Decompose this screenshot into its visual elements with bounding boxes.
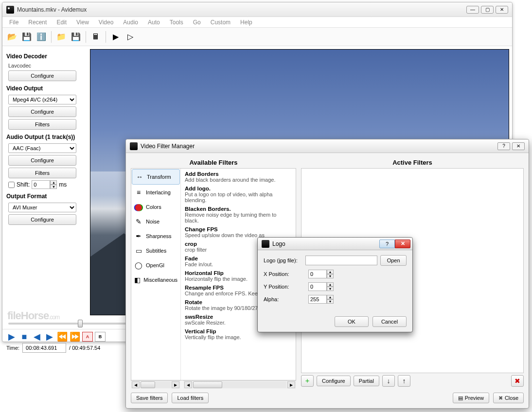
timeline-thumb[interactable]	[78, 320, 83, 327]
category-scrollbar[interactable]: ◀▶	[131, 380, 180, 389]
open-icon[interactable]: 📂	[5, 30, 19, 44]
minimize-button[interactable]: —	[466, 6, 479, 14]
play-filtered-icon[interactable]: ▶	[109, 30, 123, 44]
spin-up-icon[interactable]: ▲	[327, 282, 334, 287]
filter-item[interactable]: Add BordersAdd black boarders around the…	[181, 170, 296, 184]
next-frame-icon[interactable]: ▶	[44, 331, 55, 342]
spin-down-icon[interactable]: ▼	[327, 299, 334, 304]
menu-video[interactable]: Video	[94, 18, 118, 27]
save-icon[interactable]: 💾	[20, 30, 34, 44]
x-position-field[interactable]	[308, 270, 327, 278]
shift-down-icon[interactable]: ▼	[50, 185, 57, 189]
menu-edit[interactable]: Edit	[52, 18, 71, 27]
calculator-icon[interactable]: 🖩	[89, 30, 103, 44]
menu-tools[interactable]: Tools	[165, 18, 188, 27]
video-output-select[interactable]: Mpeg4 AVC (x264)	[8, 95, 76, 104]
logo-file-label: Logo (jpg file):	[264, 258, 302, 263]
audio-output-select[interactable]: AAC (Faac)	[8, 143, 76, 153]
menu-go[interactable]: Go	[188, 18, 206, 27]
close-button[interactable]: ✕	[496, 6, 508, 14]
scroll-left-icon[interactable]: ◀	[132, 381, 140, 388]
shift-value[interactable]	[32, 180, 50, 189]
cancel-button[interactable]: Cancel	[372, 316, 407, 327]
filter-manager-titlebar[interactable]: Video Filter Manager ? ✕	[126, 139, 529, 153]
category-miscellaneous[interactable]: ◧Miscellaneous	[131, 273, 180, 287]
load-run-icon[interactable]: 📁	[54, 30, 68, 44]
play-icon[interactable]: ▷	[124, 30, 137, 44]
open-file-button[interactable]: Open	[380, 255, 407, 266]
time-current-field[interactable]	[22, 343, 66, 353]
dialog-close-button[interactable]: ✕	[512, 142, 525, 150]
ok-button[interactable]: OK	[335, 316, 369, 327]
filter-desc: swScale Resizer.	[185, 320, 226, 326]
save-filters-button[interactable]: Save filters	[131, 393, 168, 403]
alpha-field[interactable]	[308, 295, 327, 304]
category-colors[interactable]: ⬤Colors	[131, 200, 180, 214]
remove-filter-icon[interactable]: ✖	[511, 375, 524, 387]
shift-checkbox[interactable]	[8, 182, 15, 188]
spin-up-icon[interactable]: ▲	[327, 295, 334, 299]
menu-file[interactable]: File	[4, 18, 23, 27]
spin-down-icon[interactable]: ▼	[327, 287, 334, 291]
shift-spinner[interactable]: ▲▼	[32, 180, 57, 189]
shift-up-icon[interactable]: ▲	[50, 180, 57, 185]
audio-output-configure-button[interactable]: Configure	[8, 155, 76, 166]
x-position-spinner[interactable]: ▲▼	[308, 270, 334, 278]
marker-b-button[interactable]: B	[95, 332, 106, 342]
decoder-configure-button[interactable]: Configure	[8, 70, 76, 81]
prev-frame-icon[interactable]: ◀	[32, 331, 42, 342]
menu-help[interactable]: Help	[235, 18, 257, 27]
stop-button-icon[interactable]: ■	[19, 331, 30, 342]
scroll-right-icon[interactable]: ▶	[172, 381, 179, 388]
alpha-spinner[interactable]: ▲▼	[308, 295, 334, 304]
logo-file-field[interactable]	[305, 256, 377, 265]
forward-icon[interactable]: ⏩	[70, 331, 80, 342]
load-filters-button[interactable]: Load filters	[172, 393, 209, 403]
category-interlacing[interactable]: ≡Interlacing	[131, 185, 180, 200]
save-project-icon[interactable]: 💾	[69, 30, 83, 44]
maximize-button[interactable]: ▢	[481, 6, 494, 14]
logo-close-button[interactable]: ✕	[395, 240, 410, 248]
category-sharpness[interactable]: ✒Sharpness	[131, 229, 180, 243]
preview-button[interactable]: ▤Preview	[453, 393, 489, 403]
filter-item[interactable]: Blacken Borders.Remove noisy edge by tur…	[181, 205, 296, 225]
rewind-icon[interactable]: ⏪	[57, 331, 68, 342]
category-transform[interactable]: ↔Transform	[132, 169, 180, 185]
menu-audio[interactable]: Audio	[118, 18, 143, 27]
video-output-filters-button[interactable]: Filters	[8, 119, 76, 130]
audio-output-filters-button[interactable]: Filters	[8, 168, 76, 178]
category-subtitles[interactable]: ▭Subtitles	[131, 243, 180, 258]
menu-auto[interactable]: Auto	[143, 18, 165, 27]
y-position-spinner[interactable]: ▲▼	[308, 282, 334, 291]
play-button-icon[interactable]: ▶	[6, 331, 17, 342]
filter-scrollbar[interactable]: ◀▶	[183, 380, 296, 389]
scroll-right-icon[interactable]: ▶	[287, 381, 295, 388]
info-icon[interactable]: ℹ️	[35, 30, 48, 44]
spin-down-icon[interactable]: ▼	[327, 274, 334, 278]
spin-up-icon[interactable]: ▲	[327, 270, 334, 274]
output-format-select[interactable]: AVI Muxer	[8, 203, 76, 212]
main-titlebar[interactable]: Mountains.mkv - Avidemux — ▢ ✕	[2, 2, 512, 17]
category-noise[interactable]: ✎Noise	[131, 214, 180, 229]
category-opengl[interactable]: ◯OpenGl	[131, 258, 180, 273]
logo-help-button[interactable]: ?	[379, 240, 395, 248]
scroll-left-icon[interactable]: ◀	[184, 381, 192, 388]
filter-item[interactable]: Add logo.Put a logo on top of video, wit…	[181, 184, 296, 205]
menu-recent[interactable]: Recent	[23, 18, 52, 27]
output-format-configure-button[interactable]: Configure	[8, 214, 76, 225]
audio-output-header: Audio Output (1 track(s))	[6, 134, 86, 140]
filter-name: Add logo.	[185, 186, 211, 191]
menu-view[interactable]: View	[71, 18, 94, 27]
close-dialog-button[interactable]: ✖Close	[493, 393, 524, 403]
move-up-icon[interactable]: ↑	[398, 375, 410, 387]
menu-custom[interactable]: Custom	[206, 18, 235, 27]
marker-a-button[interactable]: A	[82, 332, 93, 342]
move-down-icon[interactable]: ↓	[382, 375, 395, 387]
configure-filter-button[interactable]: Configure	[317, 376, 351, 386]
logo-dialog-titlebar[interactable]: Logo ? ✕	[258, 238, 412, 250]
help-button[interactable]: ?	[497, 142, 510, 150]
partial-filter-button[interactable]: Partial	[354, 376, 379, 386]
video-output-configure-button[interactable]: Configure	[8, 106, 76, 117]
y-position-field[interactable]	[308, 282, 327, 291]
add-filter-icon[interactable]: ＋	[301, 375, 314, 387]
